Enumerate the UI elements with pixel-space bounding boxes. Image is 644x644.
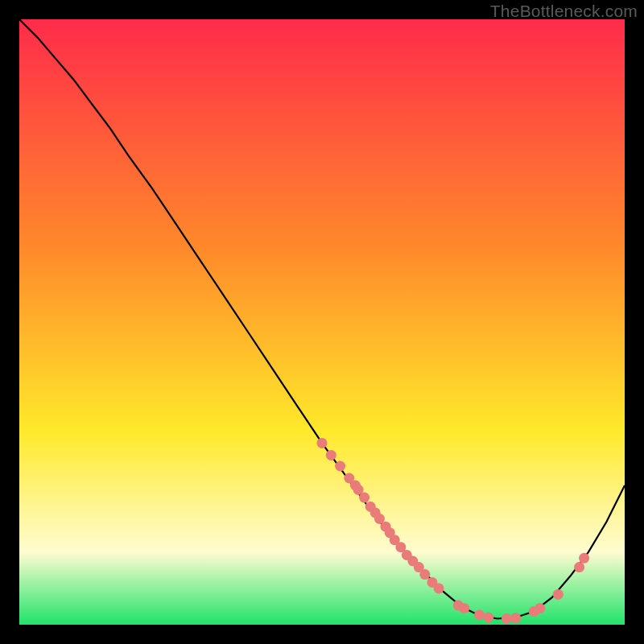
data-point xyxy=(579,553,589,564)
data-point xyxy=(359,493,369,503)
watermark-text: TheBottleneck.com xyxy=(490,2,638,21)
bottleneck-chart xyxy=(19,19,625,625)
data-point xyxy=(510,613,521,623)
gradient-background xyxy=(19,19,625,625)
data-point xyxy=(434,583,444,593)
data-point xyxy=(474,610,485,621)
data-point xyxy=(502,613,512,624)
data-point xyxy=(483,613,493,623)
data-point xyxy=(535,603,545,613)
chart-frame xyxy=(19,19,625,625)
data-point xyxy=(553,589,564,600)
data-point xyxy=(419,569,430,580)
data-point xyxy=(574,562,584,572)
data-point xyxy=(317,438,328,448)
data-point xyxy=(459,603,469,613)
data-point xyxy=(335,461,345,472)
data-point xyxy=(326,450,336,460)
